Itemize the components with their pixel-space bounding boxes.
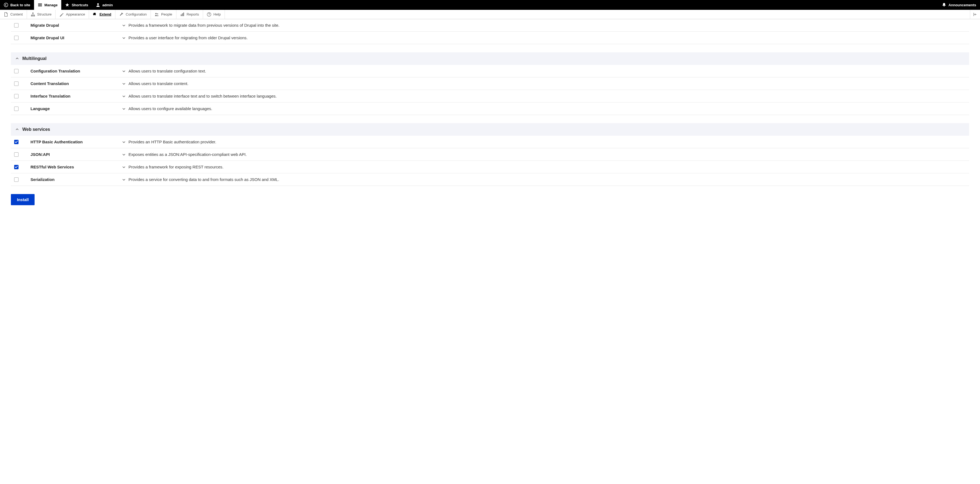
chevron-down-icon[interactable]	[122, 107, 126, 111]
group-header[interactable]: Web services	[11, 123, 969, 136]
admin-user-link[interactable]: admin	[92, 0, 116, 10]
admin-menu-configuration[interactable]: Configuration	[115, 10, 151, 19]
chevron-up-icon	[15, 128, 19, 131]
chevron-down-icon[interactable]	[122, 94, 126, 98]
admin-menu-label: Appearance	[66, 12, 85, 16]
admin-menu-label: Structure	[37, 12, 52, 16]
back-to-site-link[interactable]: Back to site	[0, 0, 34, 10]
svg-point-10	[157, 13, 158, 14]
module-checkbox[interactable]	[14, 94, 19, 98]
module-row: Content Translation Allows users to tran…	[11, 77, 969, 90]
module-name: Migrate Drupal	[19, 23, 122, 27]
chevron-down-icon[interactable]	[122, 178, 126, 182]
module-checkbox[interactable]	[14, 177, 19, 182]
module-name: Serialization	[19, 177, 122, 182]
group-title: Multilingual	[22, 56, 46, 61]
appearance-icon	[59, 12, 64, 17]
svg-rect-6	[31, 15, 32, 16]
module-name: Language	[19, 106, 122, 111]
module-row: Configuration Translation Allows users t…	[11, 65, 969, 77]
shortcuts-label: Shortcuts	[72, 3, 88, 7]
form-actions: Install	[11, 194, 969, 205]
module-group-multilingual: Multilingual Configuration Translation A…	[11, 52, 969, 115]
shortcuts-link[interactable]: Shortcuts	[61, 0, 92, 10]
module-checkbox[interactable]	[14, 140, 19, 144]
module-description: Allows users to configure available lang…	[129, 106, 212, 111]
chevron-down-icon[interactable]	[122, 69, 126, 73]
admin-menu-help[interactable]: Help	[203, 10, 225, 19]
user-icon	[96, 3, 100, 7]
module-description: Allows users to translate content.	[129, 81, 188, 86]
module-description: Allows users to translate interface text…	[129, 94, 277, 98]
module-checkbox[interactable]	[14, 165, 19, 169]
wrench-icon	[119, 12, 124, 17]
module-checkbox[interactable]	[14, 69, 19, 73]
svg-rect-11	[181, 14, 181, 16]
module-checkbox[interactable]	[14, 152, 19, 157]
module-description: Provides a framework for exposing REST r…	[129, 165, 223, 169]
bell-icon	[942, 3, 946, 7]
chevron-down-icon[interactable]	[122, 165, 126, 169]
module-description: Allows users to translate configuration …	[129, 69, 206, 73]
admin-menu-appearance[interactable]: Appearance	[56, 10, 89, 19]
module-checkbox[interactable]	[14, 36, 19, 40]
module-row: JSON:API Exposes entities as a JSON:API-…	[11, 148, 969, 161]
chevron-down-icon[interactable]	[122, 153, 126, 157]
module-name: Interface Translation	[19, 94, 122, 98]
admin-menu: Content Structure Appearance Extend Conf…	[0, 10, 980, 19]
announcements-label: Announcements	[948, 3, 976, 7]
module-group: Migrate Drupal Provides a framework to m…	[11, 19, 969, 44]
admin-menu-structure[interactable]: Structure	[27, 10, 56, 19]
svg-point-15	[209, 15, 209, 16]
svg-rect-7	[32, 15, 33, 16]
module-row: Language Allows users to configure avail…	[11, 102, 969, 115]
module-row: HTTP Basic Authentication Provides an HT…	[11, 136, 969, 148]
module-checkbox[interactable]	[14, 23, 19, 27]
svg-rect-1	[38, 3, 42, 4]
admin-menu-content[interactable]: Content	[0, 10, 27, 19]
module-description: Provides an HTTP Basic authentication pr…	[129, 139, 216, 144]
svg-rect-5	[32, 13, 33, 14]
structure-icon	[31, 12, 35, 17]
announcements-link[interactable]: Announcements	[938, 0, 980, 10]
svg-rect-8	[34, 15, 35, 16]
module-row: RESTful Web Services Provides a framewor…	[11, 161, 969, 173]
module-description: Provides a framework to migrate data fro…	[129, 23, 279, 27]
chevron-down-icon[interactable]	[122, 82, 126, 86]
module-group-web-services: Web services HTTP Basic Authentication P…	[11, 123, 969, 186]
chevron-down-icon[interactable]	[122, 36, 126, 40]
svg-rect-2	[38, 5, 42, 5]
chevron-down-icon[interactable]	[122, 140, 126, 144]
module-description: Provides a service for converting data t…	[129, 177, 279, 182]
chevron-down-icon[interactable]	[122, 24, 126, 27]
module-checkbox[interactable]	[14, 107, 19, 111]
module-description: Provides a user interface for migrating …	[129, 35, 248, 40]
manage-label: Manage	[45, 3, 57, 7]
people-icon	[154, 12, 159, 17]
menu-orientation-toggle[interactable]	[970, 10, 980, 19]
collapse-icon	[973, 12, 977, 17]
svg-rect-16	[974, 13, 974, 16]
module-name: Migrate Drupal UI	[19, 35, 122, 40]
admin-menu-label: People	[161, 12, 172, 16]
manage-tab[interactable]: Manage	[34, 0, 61, 10]
module-name: RESTful Web Services	[19, 165, 122, 169]
admin-menu-label: Reports	[187, 12, 199, 16]
reports-icon	[180, 12, 185, 17]
file-icon	[4, 12, 8, 17]
svg-point-9	[156, 13, 157, 14]
module-row: Migrate Drupal Provides a framework to m…	[11, 19, 969, 32]
group-title: Web services	[22, 127, 50, 132]
admin-menu-people[interactable]: People	[151, 10, 176, 19]
install-button[interactable]: Install	[11, 194, 35, 205]
back-to-site-label: Back to site	[10, 3, 30, 7]
admin-menu-reports[interactable]: Reports	[177, 10, 204, 19]
extend-page: Migrate Drupal Provides a framework to m…	[0, 19, 980, 216]
group-header[interactable]: Multilingual	[11, 52, 969, 65]
admin-menu-extend[interactable]: Extend	[89, 10, 115, 19]
help-icon	[207, 12, 211, 17]
admin-menu-label: Help	[213, 12, 221, 16]
admin-user-label: admin	[102, 3, 113, 7]
module-name: JSON:API	[19, 152, 122, 157]
module-checkbox[interactable]	[14, 81, 19, 86]
